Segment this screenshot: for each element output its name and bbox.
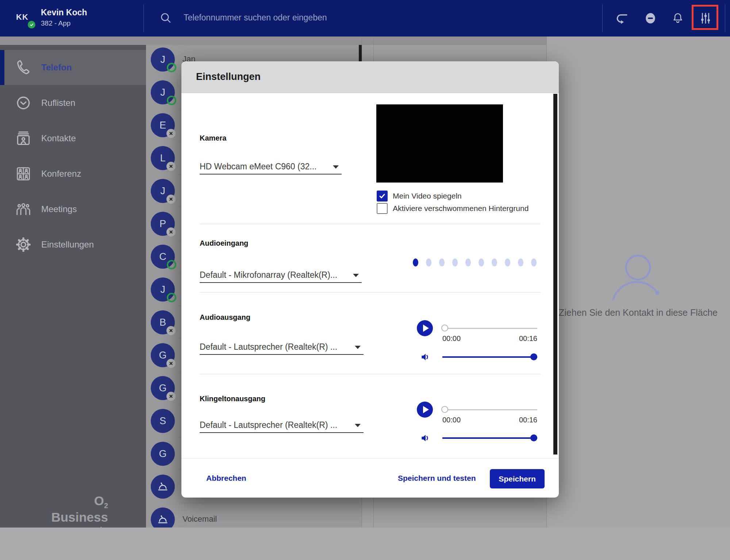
status-offline-badge [166,129,176,138]
sidebar-item-label: Konferenz [41,169,81,179]
app-window: JJanJELJPCJBGGSGVoicemail Ziehen Sie den… [0,0,730,560]
dropzone-hint: Ziehen Sie den Kontakt in diese Fläche [546,307,730,318]
presence-online-badge [28,21,35,28]
blur-background-checkbox[interactable] [377,203,388,214]
dialog-header: Einstellungen [181,61,559,93]
dialog-title: Einstellungen [196,71,261,83]
page-footer: Impressum Datenschutz AGB [0,528,730,560]
mirror-video-checkbox[interactable] [377,191,388,202]
speaker-volume-icon [420,432,431,444]
gear-icon [15,237,31,253]
camera-preview [376,104,503,183]
sidebar-item-einstellungen[interactable]: Einstellungen [0,227,146,262]
search-icon [160,12,172,24]
sidebar: TelefonRuflistenKontakteKonferenzMeeting… [0,45,146,528]
do-not-disturb-icon[interactable] [644,11,657,25]
status-online-badge [167,96,176,105]
sidebar-item-konferenz[interactable]: Konferenz [0,156,146,191]
topbar-divider [725,4,725,32]
audio-output-select[interactable]: Default - Lautsprecher (Realtek(R) ... [200,339,364,355]
mirror-video-option[interactable]: Mein Video spiegeln [377,191,462,202]
audio-input-label: Audioeingang [200,239,248,248]
level-dot [426,258,431,266]
audio-output-label: Audioausgang [200,313,250,322]
voicemail-avatar [151,475,175,499]
contact-initial: J [160,185,165,197]
user-extension: 382 - App [41,19,70,27]
sample-progress-slider[interactable] [442,328,537,329]
play-sample-button[interactable] [417,320,433,336]
play-icon [423,406,429,413]
ringtone-output-label: Klingeltonausgang [200,395,265,403]
level-dot [492,258,497,266]
status-offline-badge [166,392,176,401]
status-online-badge [167,260,176,269]
chevron-down-icon [353,274,359,277]
topbar-divider [143,4,144,32]
people-icon [15,201,31,217]
sidebar-item-kontakte[interactable]: Kontakte [0,121,146,156]
contact-card-icon [15,130,31,146]
ringtone-output-select[interactable]: Default - Lautsprecher (Realtek(R) ... [200,417,364,433]
contact-initial: G [159,350,166,361]
cancel-button[interactable]: Abbrechen [206,474,246,483]
chevron-down-icon [355,346,361,349]
call-forward-icon[interactable] [614,11,629,26]
mic-level-meter [413,258,537,266]
contact-initial: J [160,284,165,295]
audio-input-select[interactable]: Default - Mikrofonarray (Realtek(R)... [200,267,362,283]
audio-output-value: Default - Lautsprecher (Realtek(R) ... [200,342,337,352]
progress-handle[interactable] [441,325,448,331]
contact-initial: J [160,54,165,65]
dialog-scrollbar[interactable] [553,94,557,454]
ringtone-progress-slider[interactable] [442,409,537,410]
level-dot [465,258,471,266]
top-bar: KK Kevin Koch 382 - App Telefonnummer su… [0,0,730,37]
clock-icon [15,95,31,111]
play-ringtone-button[interactable] [417,402,433,418]
chevron-down-icon [355,424,361,427]
sidebar-item-ruflisten[interactable]: Ruflisten [0,85,146,120]
section-divider [200,374,541,374]
sidebar-item-label: Kontakte [41,133,76,143]
contact-initial: P [160,218,166,230]
progress-handle[interactable] [441,406,448,413]
search-input[interactable]: Telefonnummer suchen oder eingeben [184,13,327,23]
status-offline-badge [166,227,176,237]
status-online-badge [167,63,176,72]
time-current: 00:00 [442,416,461,424]
topbar-divider [602,4,603,32]
sidebar-item-label: Telefon [41,62,72,73]
level-dot [479,258,484,266]
contact-initial: S [160,415,166,427]
status-offline-badge [166,162,176,171]
settings-dialog: Einstellungen Kamera HD Webcam eMeet C96… [181,61,559,498]
ringtone-output-value: Default - Lautsprecher (Realtek(R) ... [200,420,337,430]
sidebar-item-meetings[interactable]: Meetings [0,192,146,227]
level-dot-active [413,258,418,266]
status-offline-badge [166,195,176,204]
save-and-test-button[interactable]: Speichern und testen [398,474,476,483]
status-offline-badge [166,326,176,335]
audio-input-value: Default - Mikrofonarray (Realtek(R)... [200,270,337,280]
volume-handle[interactable] [530,434,537,441]
volume-handle[interactable] [530,353,537,360]
mirror-video-label: Mein Video spiegeln [393,192,462,200]
save-button[interactable]: Speichern [490,469,545,488]
contact-initial: B [160,317,166,328]
sidebar-item-label: Ruflisten [41,98,75,108]
output-volume-slider[interactable] [442,356,537,358]
camera-device-select[interactable]: HD Webcam eMeet C960 (32... [200,158,342,174]
blur-background-option[interactable]: Aktiviere verschwommenen Hintergrund [377,203,529,214]
user-initials: KK [16,12,28,22]
sidebar-item-telefon[interactable]: Telefon [0,50,146,85]
ringtone-volume-slider[interactable] [442,437,537,439]
contact-initial: G [159,383,166,394]
person-outline-icon [605,251,671,302]
chevron-down-icon [333,165,339,169]
level-dot [505,258,510,266]
contact-initial: J [160,87,165,98]
blur-background-label: Aktiviere verschwommenen Hintergrund [393,204,529,213]
notifications-bell-icon[interactable] [672,11,684,25]
speaker-volume-icon [420,351,431,363]
